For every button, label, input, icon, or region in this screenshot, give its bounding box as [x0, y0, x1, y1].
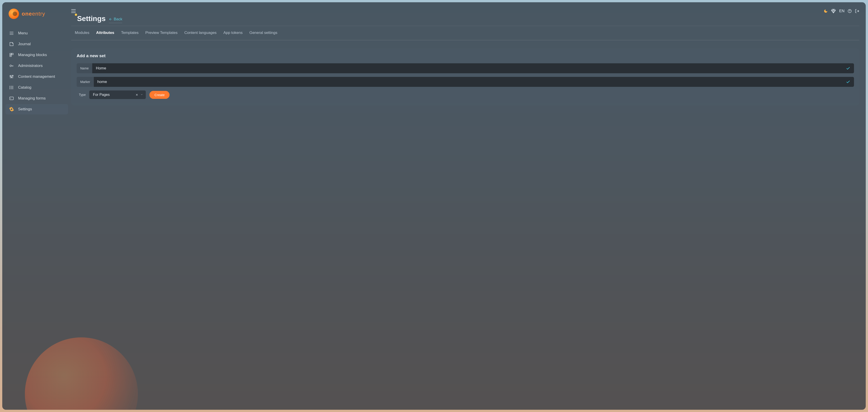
svg-point-20: [10, 89, 10, 89]
list-icon: [9, 85, 14, 90]
tabs: Modules Attributes Templates Preview Tem…: [71, 26, 860, 40]
marker-label: Marker: [76, 77, 94, 87]
content: Add a new set Name Marker: [71, 40, 860, 106]
help-icon[interactable]: [848, 9, 852, 13]
back-link-label: Back: [114, 17, 122, 22]
main: EN Settings Back Modules Attributes Temp…: [71, 2, 866, 410]
sidebar-item-label: Managing blocks: [18, 53, 47, 57]
sidebar-item-label: Settings: [18, 107, 32, 112]
tab-general-settings[interactable]: General settings: [249, 26, 277, 40]
logo-text: oneentry: [22, 11, 45, 17]
hamburger-toggle[interactable]: [71, 9, 76, 13]
create-button[interactable]: Create: [149, 91, 169, 99]
sidebar-item-label: Journal: [18, 42, 31, 46]
journal-icon: [9, 41, 14, 47]
name-input-wrap: [92, 63, 854, 73]
gear-icon: [9, 107, 14, 112]
type-select-value: For Pages: [93, 93, 133, 97]
type-row: Type For Pages ✕ Create: [76, 90, 854, 99]
svg-rect-21: [10, 97, 13, 100]
tab-preview-templates[interactable]: Preview Templates: [145, 26, 178, 40]
add-set-card: Add a new set Name Marker: [71, 49, 860, 106]
check-icon: [846, 66, 850, 70]
svg-point-18: [10, 86, 10, 87]
sidebar-item-label: Administrators: [18, 63, 43, 68]
tab-attributes[interactable]: Attributes: [96, 26, 114, 40]
marker-input-wrap: [94, 77, 854, 87]
logo[interactable]: oneentry: [2, 8, 71, 28]
svg-point-6: [10, 65, 11, 66]
page-heading: Settings Back: [71, 14, 860, 23]
form-icon: [9, 96, 14, 101]
app-window: oneentry Menu Journal Managing blocks: [2, 2, 866, 410]
sidebar-item-label: Menu: [18, 31, 28, 35]
blocks-icon: [9, 53, 14, 57]
card-title: Add a new set: [76, 53, 854, 58]
svg-rect-5: [10, 55, 11, 57]
sidebar-item-menu[interactable]: Menu: [5, 28, 68, 38]
type-label: Type: [76, 93, 86, 96]
sidebar-item-managing-forms[interactable]: Managing forms: [5, 93, 68, 104]
sidebar-nav: Menu Journal Managing blocks Administrat…: [2, 28, 71, 114]
name-input[interactable]: [96, 63, 846, 73]
sidebar-item-managing-blocks[interactable]: Managing blocks: [5, 50, 68, 60]
tab-app-tokens[interactable]: App tokens: [223, 26, 243, 40]
sidebar-item-settings[interactable]: Settings: [5, 104, 68, 114]
language-selector[interactable]: EN: [839, 9, 844, 13]
logout-icon[interactable]: [855, 9, 860, 13]
svg-rect-4: [12, 53, 13, 55]
name-label: Name: [76, 63, 92, 73]
sidebar-item-label: Content management: [18, 75, 55, 79]
type-select[interactable]: For Pages ✕: [89, 90, 146, 99]
logo-mark-icon: [8, 8, 19, 19]
sidebar: oneentry Menu Journal Managing blocks: [2, 2, 71, 410]
svg-point-19: [10, 87, 10, 88]
name-row: Name: [76, 63, 854, 73]
sidebar-item-label: Managing forms: [18, 96, 46, 100]
tab-templates[interactable]: Templates: [121, 26, 138, 40]
sidebar-item-journal[interactable]: Journal: [5, 39, 68, 49]
sidebar-item-label: Catalog: [18, 85, 31, 90]
key-icon: [9, 63, 14, 68]
marker-row: Marker: [76, 77, 854, 87]
chevron-down-icon[interactable]: [141, 93, 143, 96]
status-dot-icon: [75, 13, 77, 16]
page-title: Settings: [75, 14, 105, 23]
back-link[interactable]: Back: [109, 17, 122, 23]
marker-input[interactable]: [97, 77, 846, 87]
check-icon: [846, 80, 850, 84]
svg-rect-3: [10, 53, 11, 55]
diamond-icon[interactable]: [831, 8, 836, 13]
top-icons: EN: [824, 8, 860, 13]
clear-icon[interactable]: ✕: [135, 93, 138, 96]
tab-modules[interactable]: Modules: [75, 26, 89, 40]
svg-point-22: [10, 98, 11, 99]
tab-content-languages[interactable]: Content languages: [184, 26, 217, 40]
sidebar-item-catalog[interactable]: Catalog: [5, 82, 68, 93]
sidebar-item-administrators[interactable]: Administrators: [5, 61, 68, 71]
top-bar: EN: [71, 8, 860, 15]
sliders-icon: [9, 74, 14, 79]
menu-icon: [9, 31, 14, 36]
sidebar-item-content-management[interactable]: Content management: [5, 71, 68, 82]
theme-toggle-icon[interactable]: [824, 9, 828, 13]
